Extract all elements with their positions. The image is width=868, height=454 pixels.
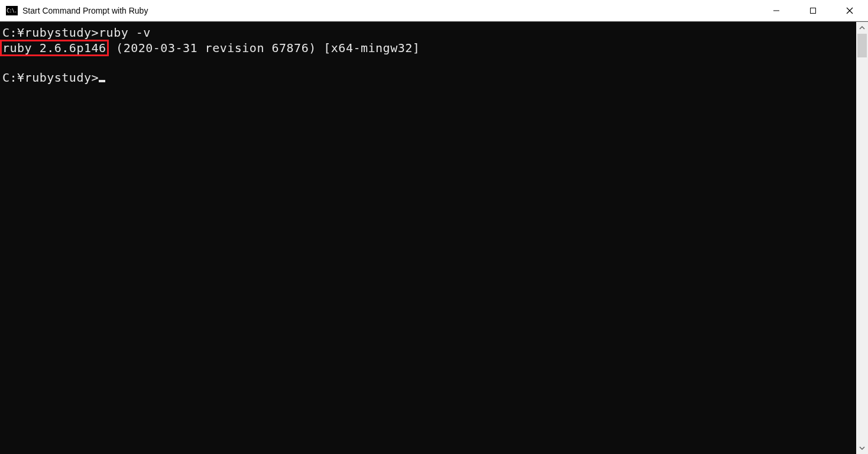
scroll-thumb[interactable] xyxy=(857,34,867,57)
close-icon xyxy=(846,7,853,14)
chevron-down-icon xyxy=(859,446,865,450)
prompt-text: C:¥rubystudy> xyxy=(2,25,99,40)
terminal-container: C:¥rubystudy>ruby -vruby 2.6.6p146 (2020… xyxy=(0,21,868,454)
scroll-down-button[interactable] xyxy=(856,442,868,454)
vertical-scrollbar[interactable] xyxy=(856,22,868,454)
titlebar: C:\. Start Command Prompt with Ruby xyxy=(0,0,868,21)
window-controls xyxy=(758,0,868,21)
cursor-icon xyxy=(99,80,105,82)
terminal-line: ruby 2.6.6p146 (2020-03-31 revision 6787… xyxy=(2,40,854,56)
scroll-track[interactable] xyxy=(856,34,868,442)
svg-rect-1 xyxy=(811,8,816,13)
cmd-icon: C:\. xyxy=(6,6,18,15)
prompt-text: C:¥rubystudy> xyxy=(2,70,99,85)
terminal-output[interactable]: C:¥rubystudy>ruby -vruby 2.6.6p146 (2020… xyxy=(0,22,856,454)
terminal-line: C:¥rubystudy>ruby -v xyxy=(2,25,854,40)
scroll-up-button[interactable] xyxy=(856,22,868,34)
close-button[interactable] xyxy=(831,0,868,21)
terminal-line: C:¥rubystudy> xyxy=(2,70,854,85)
version-highlight: ruby 2.6.6p146 xyxy=(0,40,109,56)
chevron-up-icon xyxy=(859,26,865,30)
minimize-icon xyxy=(773,7,780,14)
command-text: ruby -v xyxy=(99,25,151,40)
version-detail: (2020-03-31 revision 67876) [x64-mingw32… xyxy=(109,41,420,55)
window-title: Start Command Prompt with Ruby xyxy=(22,6,758,15)
maximize-button[interactable] xyxy=(795,0,831,21)
terminal-line xyxy=(2,56,854,70)
maximize-icon xyxy=(809,7,817,14)
minimize-button[interactable] xyxy=(758,0,795,21)
